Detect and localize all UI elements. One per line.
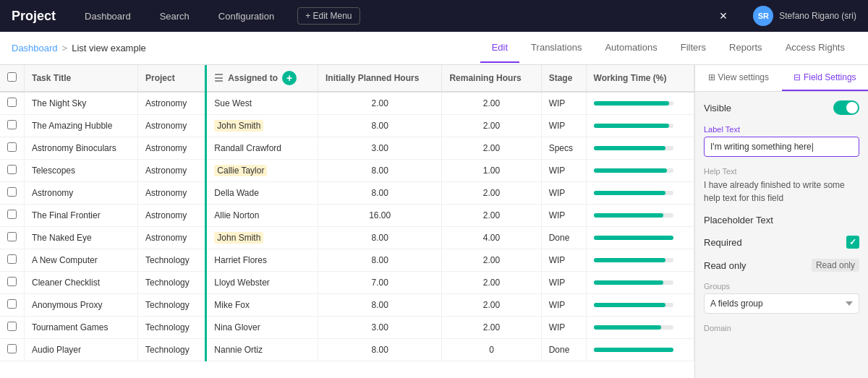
edit-menu-button[interactable]: + Edit Menu: [297, 7, 359, 25]
stage-cell: WIP: [541, 92, 586, 115]
col-planned-hours[interactable]: Initially Planned Hours: [318, 65, 441, 92]
row-checkbox[interactable]: [7, 322, 17, 331]
task-name-cell: Telescopes: [25, 160, 138, 182]
app-brand: Project: [12, 9, 56, 24]
tab-reports[interactable]: Reports: [718, 33, 774, 63]
progress-bar-fill: [594, 325, 662, 330]
breadcrumb-home[interactable]: Dashboard: [12, 43, 58, 53]
assigned-cell: Nina Glover: [206, 317, 318, 339]
close-icon[interactable]: ×: [720, 9, 728, 24]
avatar: SR: [753, 6, 773, 26]
progress-bar-container: [594, 213, 673, 218]
main-layout: Task Title Project ☰ Assigned to +: [0, 65, 868, 378]
table-row: The Amazing Hubble Astronomy John Smith …: [0, 115, 694, 137]
visible-toggle[interactable]: [833, 100, 859, 115]
assigned-cell: John Smith: [206, 227, 318, 249]
col-stage[interactable]: Stage: [541, 65, 586, 92]
progress-bar-container: [594, 258, 673, 262]
progress-bar-container: [594, 325, 673, 330]
row-checkbox[interactable]: [7, 344, 17, 353]
row-checkbox-cell: [0, 317, 25, 339]
table-row: Cleaner Checklist Technology Lloyd Webst…: [0, 272, 694, 294]
task-name-cell: The Amazing Hubble: [25, 115, 138, 137]
stage-cell: WIP: [541, 294, 586, 317]
tab-translations[interactable]: Translations: [519, 33, 593, 63]
project-cell: Astronomy: [138, 115, 206, 137]
progress-bar-container: [594, 168, 673, 173]
table-row: Audio Player Technology Nannie Ortiz 8.0…: [0, 339, 694, 361]
project-cell: Technology: [138, 272, 206, 294]
row-checkbox[interactable]: [7, 277, 17, 286]
col-working-time[interactable]: Working Time (%): [586, 65, 694, 92]
data-table: Task Title Project ☰ Assigned to +: [0, 65, 694, 361]
groups-dropdown[interactable]: A fields group: [704, 293, 859, 314]
table-row: Astronomy Astronomy Della Wade 8.00 2.00…: [0, 182, 694, 205]
assigned-cell: Mike Fox: [206, 294, 318, 317]
stage-cell: WIP: [541, 160, 586, 182]
nav-dashboard[interactable]: Dashboard: [79, 8, 137, 25]
progress-bar-bg: [594, 280, 673, 285]
row-checkbox[interactable]: [7, 98, 17, 107]
required-row: Required: [704, 236, 859, 249]
row-checkbox-cell: [0, 92, 25, 115]
project-cell: Astronomy: [138, 182, 206, 205]
progress-bar-bg: [594, 101, 673, 106]
col-checkbox: [0, 65, 25, 92]
working-time-cell: [586, 272, 694, 294]
planned-hours-cell: 8.00: [318, 249, 441, 272]
drag-handle-icon[interactable]: ☰: [214, 72, 224, 84]
field-settings-icon: ⊟: [793, 72, 801, 82]
panel-tab-field-settings[interactable]: ⊟ Field Settings: [782, 65, 869, 91]
add-column-button[interactable]: +: [282, 71, 297, 85]
progress-bar-container: [594, 191, 673, 195]
task-name-cell: The Naked Eye: [25, 227, 138, 249]
progress-bar-fill: [594, 348, 673, 352]
tab-filters[interactable]: Filters: [669, 33, 718, 63]
row-checkbox[interactable]: [7, 299, 17, 309]
nav-configuration[interactable]: Configuration: [213, 8, 280, 25]
progress-bar-container: [594, 124, 673, 128]
task-name-cell: Audio Player: [25, 339, 138, 361]
panel-tab-view-settings[interactable]: ⊞ View settings: [695, 65, 782, 91]
visible-row: Visible: [704, 100, 859, 115]
task-name-cell: Astronomy Binoculars: [25, 137, 138, 160]
select-all-checkbox[interactable]: [7, 72, 17, 82]
project-cell: Technology: [138, 339, 206, 361]
row-checkbox[interactable]: [7, 142, 17, 152]
tab-automations[interactable]: Automations: [593, 33, 668, 63]
progress-bar-fill: [594, 101, 670, 106]
tab-edit[interactable]: Edit: [480, 33, 519, 63]
assigned-cell: Allie Norton: [206, 205, 318, 227]
row-checkbox[interactable]: [7, 210, 17, 219]
remaining-hours-cell: 2.00: [442, 317, 541, 339]
row-checkbox[interactable]: [7, 120, 17, 129]
row-checkbox[interactable]: [7, 165, 17, 174]
tab-access-rights[interactable]: Access Rights: [774, 33, 856, 63]
required-checkbox[interactable]: [846, 236, 859, 249]
progress-bar-bg: [594, 348, 673, 352]
col-remaining-hours[interactable]: Remaining Hours: [442, 65, 541, 92]
progress-bar-fill: [594, 236, 673, 240]
task-name-cell: Cleaner Checklist: [25, 272, 138, 294]
progress-bar-fill: [594, 213, 664, 218]
nav-search[interactable]: Search: [154, 8, 195, 25]
readonly-row: Read only Read only: [704, 259, 859, 272]
breadcrumb: Dashboard > List view example: [12, 43, 480, 53]
sub-nav: Dashboard > List view example Edit Trans…: [0, 32, 868, 65]
row-checkbox-cell: [0, 339, 25, 361]
table-row: The Final Frontier Astronomy Allie Norto…: [0, 205, 694, 227]
col-task-title[interactable]: Task Title: [25, 65, 138, 92]
col-assigned-to[interactable]: ☰ Assigned to +: [206, 65, 318, 92]
col-project[interactable]: Project: [138, 65, 206, 92]
row-checkbox-cell: [0, 137, 25, 160]
breadcrumb-separator: >: [62, 43, 68, 53]
label-text-input[interactable]: [704, 137, 859, 157]
row-checkbox[interactable]: [7, 187, 17, 197]
task-name-cell: Tournament Games: [25, 317, 138, 339]
row-checkbox[interactable]: [7, 232, 17, 241]
progress-bar-container: [594, 101, 673, 106]
table-area: Task Title Project ☰ Assigned to +: [0, 65, 694, 378]
project-cell: Technology: [138, 249, 206, 272]
assigned-cell: Harriet Flores: [206, 249, 318, 272]
row-checkbox[interactable]: [7, 254, 17, 264]
